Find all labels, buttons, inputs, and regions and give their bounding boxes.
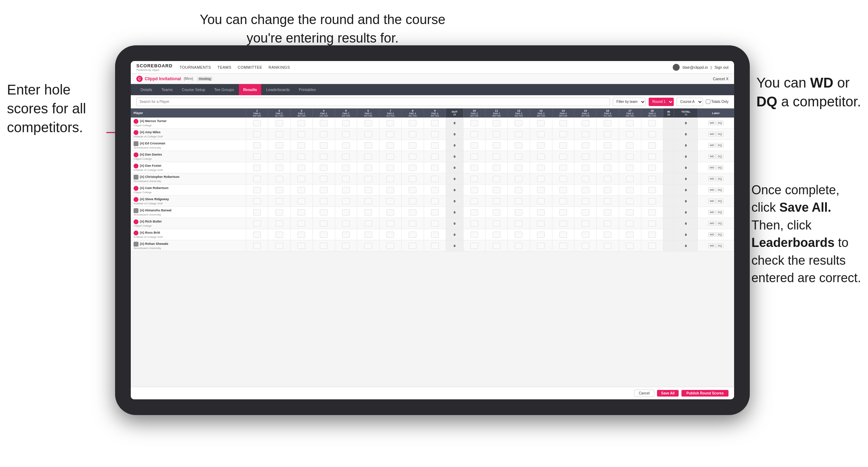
hole-7-input[interactable] [386, 220, 394, 227]
hole-16-input-cell[interactable] [597, 162, 619, 173]
hole-7-input-cell[interactable] [379, 173, 402, 184]
hole-1-input-cell[interactable] [246, 184, 268, 196]
hole-1-input[interactable] [253, 232, 261, 238]
hole-10-input-cell[interactable] [463, 129, 485, 140]
totals-only-checkbox[interactable] [706, 99, 710, 104]
hole-8-input-cell[interactable] [401, 184, 424, 196]
hole-12-input-cell[interactable] [508, 129, 530, 140]
hole-17-input[interactable] [626, 198, 634, 204]
hole-9-input-cell[interactable] [424, 196, 446, 207]
hole-6-input-cell[interactable] [357, 140, 379, 151]
hole-2-input-cell[interactable] [268, 129, 290, 140]
hole-6-input-cell[interactable] [357, 218, 379, 229]
hole-12-input-cell[interactable] [508, 229, 530, 240]
hole-2-input[interactable] [276, 232, 283, 238]
hole-4-input-cell[interactable] [312, 229, 335, 240]
hole-17-input-cell[interactable] [619, 196, 641, 207]
hole-3-input[interactable] [297, 243, 305, 249]
hole-13-input[interactable] [537, 153, 545, 160]
hole-5-input[interactable] [342, 243, 350, 249]
search-input[interactable] [136, 98, 610, 106]
hole-8-input-cell[interactable] [401, 240, 424, 251]
hole-18-input[interactable] [648, 165, 656, 171]
hole-6-input-cell[interactable] [357, 129, 379, 140]
hole-3-input[interactable] [297, 187, 305, 193]
hole-5-input-cell[interactable] [335, 129, 357, 140]
hole-18-input-cell[interactable] [641, 240, 663, 251]
hole-4-input[interactable] [320, 243, 327, 249]
hole-2-input[interactable] [276, 243, 283, 249]
hole-1-input[interactable] [253, 220, 261, 227]
wd-button[interactable]: WD [708, 199, 716, 203]
hole-8-input-cell[interactable] [401, 140, 424, 151]
hole-6-input-cell[interactable] [357, 151, 379, 162]
hole-7-input[interactable] [386, 187, 394, 193]
hole-7-input-cell[interactable] [379, 118, 402, 129]
hole-12-input[interactable] [515, 176, 522, 182]
wd-button[interactable]: WD [708, 121, 716, 125]
hole-4-input-cell[interactable] [312, 129, 335, 140]
hole-11-input-cell[interactable] [485, 240, 508, 251]
hole-14-input-cell[interactable] [552, 129, 574, 140]
hole-5-input[interactable] [342, 142, 350, 149]
hole-4-input[interactable] [320, 131, 327, 137]
hole-9-input-cell[interactable] [424, 240, 446, 251]
hole-18-input-cell[interactable] [641, 173, 663, 184]
hole-15-input[interactable] [582, 232, 589, 238]
hole-1-input-cell[interactable] [246, 118, 268, 129]
hole-7-input-cell[interactable] [379, 151, 402, 162]
dq-button[interactable]: DQ [716, 165, 723, 170]
hole-18-input-cell[interactable] [641, 118, 663, 129]
hole-8-input-cell[interactable] [401, 162, 424, 173]
hole-1-input-cell[interactable] [246, 218, 268, 229]
wd-button[interactable]: WD [708, 232, 716, 237]
hole-9-input[interactable] [431, 176, 439, 182]
hole-3-input-cell[interactable] [290, 151, 313, 162]
hole-4-input-cell[interactable] [312, 207, 335, 218]
hole-16-input-cell[interactable] [597, 129, 619, 140]
hole-3-input[interactable] [297, 209, 305, 216]
cancel-button-bottom[interactable]: Cancel [634, 390, 654, 397]
hole-16-input[interactable] [604, 232, 611, 238]
hole-15-input[interactable] [582, 220, 589, 227]
hole-5-input[interactable] [342, 220, 350, 227]
publish-button[interactable]: Publish Round Scores [681, 390, 729, 397]
hole-10-input[interactable] [470, 243, 478, 249]
hole-13-input[interactable] [537, 187, 545, 193]
hole-9-input-cell[interactable] [424, 218, 446, 229]
hole-7-input[interactable] [386, 153, 394, 160]
hole-12-input-cell[interactable] [508, 218, 530, 229]
hole-12-input[interactable] [515, 120, 522, 126]
hole-2-input[interactable] [276, 209, 283, 216]
tab-results[interactable]: Results [239, 84, 261, 95]
hole-7-input[interactable] [386, 198, 394, 204]
hole-5-input[interactable] [342, 232, 350, 238]
hole-7-input-cell[interactable] [379, 129, 402, 140]
hole-3-input[interactable] [297, 142, 305, 149]
hole-14-input-cell[interactable] [552, 240, 574, 251]
hole-2-input[interactable] [276, 198, 283, 204]
hole-9-input[interactable] [431, 153, 439, 160]
hole-1-input[interactable] [253, 165, 261, 171]
hole-8-input[interactable] [409, 209, 416, 216]
hole-17-input-cell[interactable] [619, 218, 641, 229]
hole-11-input-cell[interactable] [485, 207, 508, 218]
hole-16-input[interactable] [604, 131, 611, 137]
nav-rankings[interactable]: RANKINGS [269, 65, 290, 69]
hole-14-input[interactable] [559, 153, 567, 160]
hole-5-input-cell[interactable] [335, 196, 357, 207]
hole-10-input-cell[interactable] [463, 184, 485, 196]
round-select[interactable]: Round 1 Round 2 Round 3 Round 4 [649, 98, 674, 106]
hole-18-input-cell[interactable] [641, 196, 663, 207]
hole-3-input-cell[interactable] [290, 196, 313, 207]
hole-1-input-cell[interactable] [246, 162, 268, 173]
hole-10-input[interactable] [470, 165, 478, 171]
sign-out-link[interactable]: Sign out [715, 65, 729, 69]
hole-11-input[interactable] [493, 142, 500, 149]
hole-13-input-cell[interactable] [530, 140, 552, 151]
hole-16-input-cell[interactable] [597, 207, 619, 218]
hole-8-input-cell[interactable] [401, 229, 424, 240]
hole-16-input-cell[interactable] [597, 173, 619, 184]
hole-17-input-cell[interactable] [619, 229, 641, 240]
hole-7-input-cell[interactable] [379, 218, 402, 229]
